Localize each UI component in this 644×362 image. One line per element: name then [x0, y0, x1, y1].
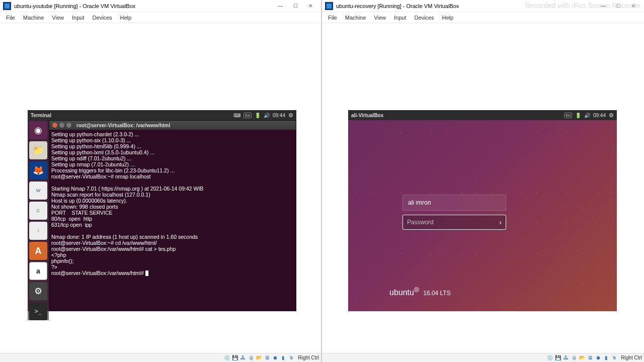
window-min-dot[interactable]: [59, 123, 64, 128]
close-button[interactable]: ✕: [303, 1, 318, 11]
cpu-icon[interactable]: ▮: [280, 354, 287, 361]
amazon-icon[interactable]: a: [29, 262, 47, 280]
ubuntu-panel-left: Terminal ⌨ En 🔋 🔊 09:44 ⚙: [28, 110, 296, 120]
menu-machine[interactable]: Machine: [341, 14, 370, 22]
menu-file[interactable]: File: [2, 14, 19, 22]
menu-machine[interactable]: Machine: [19, 14, 48, 22]
sound-icon[interactable]: 🔊: [264, 113, 270, 118]
ubuntu-login-bg: ali imron › ubuntu® 16.04 LTS: [348, 110, 617, 311]
login-submit-icon[interactable]: ›: [499, 218, 502, 226]
mouse-icon[interactable]: 🖱: [611, 354, 618, 361]
panel-host: ali-VirtualBox: [351, 113, 383, 118]
terminal-text: Setting up python-chardet (2.3.0-2) ... …: [51, 131, 203, 276]
net-icon[interactable]: 🖧: [562, 354, 570, 361]
shared-icon[interactable]: 📂: [579, 354, 586, 361]
ubuntu-brand: ubuntu® 16.04 LTS: [389, 286, 451, 297]
settings-icon[interactable]: ⚙: [29, 282, 47, 300]
gear-icon[interactable]: ⚙: [288, 112, 293, 119]
statusbar-left: 💿 💾 🖧 ψ 📂 🖥 ⏺ ▮ 🖱 Right Ctrl: [0, 353, 321, 362]
firefox-icon[interactable]: 🦊: [29, 161, 47, 179]
cursor: [145, 270, 148, 276]
unity-launcher: ◉ 📁 🦊 W C I A a ⚙ >_: [28, 120, 49, 320]
titlebar-right[interactable]: ubuntu-recovery [Running] - Oracle VM Vi…: [322, 0, 644, 12]
menu-help[interactable]: Help: [438, 14, 458, 22]
menu-file[interactable]: File: [324, 14, 341, 22]
menu-view[interactable]: View: [48, 14, 68, 22]
dash-icon[interactable]: ◉: [29, 121, 47, 139]
terminal-output[interactable]: Setting up python-chardet (2.3.0-2) ... …: [49, 130, 296, 278]
window-max-dot[interactable]: [66, 123, 71, 128]
terminal-icon[interactable]: >_: [29, 302, 47, 320]
mouse-icon[interactable]: 🖱: [288, 354, 295, 361]
terminal-titlebar[interactable]: root@server-VirtualBox: /var/www/html: [49, 121, 296, 130]
cpu-icon[interactable]: ▮: [603, 354, 610, 361]
vm-window-left: ubuntu-youtube [Running] - Oracle VM Vir…: [0, 0, 321, 362]
disk-icon[interactable]: 💿: [223, 354, 230, 361]
ubuntu-panel-right: ali-VirtualBox En 🔋 🔊 09:44 ⚙: [348, 110, 617, 120]
maximize-button[interactable]: ☐: [611, 1, 626, 11]
host-key: Right Ctrl: [621, 355, 642, 360]
net-icon[interactable]: 🖧: [239, 354, 247, 361]
clock[interactable]: 09:44: [593, 113, 606, 118]
software-icon[interactable]: A: [29, 242, 47, 260]
window-close-dot[interactable]: [52, 123, 57, 128]
terminal-window[interactable]: root@server-VirtualBox: /var/www/html Se…: [49, 120, 296, 311]
files-icon[interactable]: 📁: [29, 141, 47, 159]
virtualbox-icon: [3, 2, 11, 10]
disk-icon[interactable]: 💿: [546, 354, 553, 361]
statusbar-right: 💿 💾 🖧 ψ 📂 🖥 ⏺ ▮ 🖱 Right Ctrl: [322, 353, 644, 362]
close-button[interactable]: ✕: [626, 1, 641, 11]
lang-indicator[interactable]: En: [244, 113, 252, 118]
menu-help[interactable]: Help: [116, 14, 136, 22]
window-title: ubuntu-recovery [Running] - Oracle VM Vi…: [336, 3, 459, 9]
panel-title: Terminal: [31, 113, 51, 118]
rec-icon[interactable]: ⏺: [595, 354, 602, 361]
terminal-title: root@server-VirtualBox: /var/www/html: [76, 123, 170, 128]
minimize-button[interactable]: —: [273, 1, 288, 11]
menu-input[interactable]: Input: [68, 14, 88, 22]
login-username[interactable]: ali imron: [403, 195, 506, 211]
writer-icon[interactable]: W: [29, 182, 47, 200]
menu-input[interactable]: Input: [390, 14, 410, 22]
brand-name: ubuntu: [389, 288, 414, 297]
menu-devices[interactable]: Devices: [88, 14, 116, 22]
guest-display-right[interactable]: ali imron › ubuntu® 16.04 LTS ali-Virtua…: [322, 23, 644, 353]
battery-icon[interactable]: 🔋: [575, 113, 581, 118]
sound-icon[interactable]: 🔊: [584, 113, 590, 118]
display-icon[interactable]: 🖥: [264, 354, 271, 361]
host-key: Right Ctrl: [298, 355, 319, 360]
lang-indicator[interactable]: En: [564, 113, 572, 118]
window-title: ubuntu-youtube [Running] - Oracle VM Vir…: [14, 3, 135, 9]
gear-icon[interactable]: ⚙: [609, 112, 614, 119]
hdd-icon[interactable]: 💾: [554, 354, 561, 361]
battery-icon[interactable]: 🔋: [255, 113, 261, 118]
menubar-right: File Machine View Input Devices Help: [322, 12, 644, 23]
usb-icon[interactable]: ψ: [571, 354, 578, 361]
password-input[interactable]: [407, 219, 499, 226]
menu-view[interactable]: View: [370, 14, 390, 22]
menu-devices[interactable]: Devices: [410, 14, 438, 22]
vm-window-right: ubuntu-recovery [Running] - Oracle VM Vi…: [322, 0, 644, 362]
hdd-icon[interactable]: 💾: [231, 354, 238, 361]
minimize-button[interactable]: —: [596, 1, 611, 11]
brand-version: 16.04 LTS: [423, 290, 450, 297]
keyboard-icon[interactable]: ⌨: [233, 113, 240, 118]
clock[interactable]: 09:44: [273, 113, 285, 118]
rec-icon[interactable]: ⏺: [272, 354, 279, 361]
virtualbox-icon: [325, 2, 333, 10]
password-field-wrap: ›: [403, 215, 506, 230]
impress-icon[interactable]: I: [29, 222, 47, 240]
menubar-left: File Machine View Input Devices Help: [0, 12, 321, 23]
shared-icon[interactable]: 📂: [256, 354, 263, 361]
titlebar-left[interactable]: ubuntu-youtube [Running] - Oracle VM Vir…: [0, 0, 321, 12]
maximize-button[interactable]: ☐: [288, 1, 303, 11]
guest-display-left[interactable]: Terminal ⌨ En 🔋 🔊 09:44 ⚙ ◉ 📁 🦊 W C I A …: [0, 23, 321, 353]
usb-icon[interactable]: ψ: [248, 354, 255, 361]
login-box: ali imron ›: [403, 195, 506, 230]
calc-icon[interactable]: C: [29, 202, 47, 220]
display-icon[interactable]: 🖥: [587, 354, 594, 361]
